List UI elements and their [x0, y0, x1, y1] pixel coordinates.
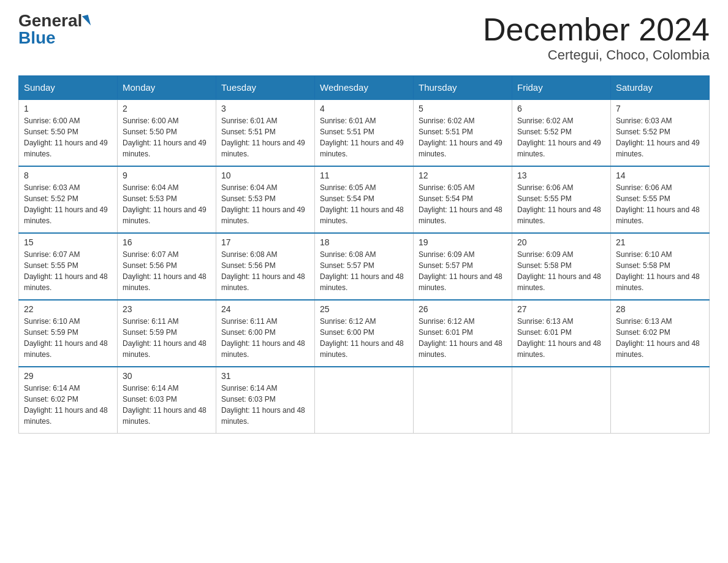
- calendar-cell: 4Sunrise: 6:01 AMSunset: 5:51 PMDaylight…: [315, 99, 414, 166]
- calendar-cell: 19Sunrise: 6:09 AMSunset: 5:57 PMDayligh…: [414, 233, 512, 300]
- day-number: 2: [123, 104, 211, 113]
- calendar-cell: [414, 367, 512, 434]
- day-info: Sunrise: 6:04 AMSunset: 5:53 PMDaylight:…: [221, 182, 309, 226]
- logo: General Blue: [18, 12, 89, 47]
- day-info: Sunrise: 6:03 AMSunset: 5:52 PMDaylight:…: [616, 115, 704, 159]
- day-info: Sunrise: 6:06 AMSunset: 5:55 PMDaylight:…: [616, 182, 704, 226]
- calendar-header-row: SundayMondayTuesdayWednesdayThursdayFrid…: [19, 76, 710, 100]
- day-number: 26: [419, 304, 507, 314]
- day-info: Sunrise: 6:05 AMSunset: 5:54 PMDaylight:…: [320, 182, 408, 226]
- day-info: Sunrise: 6:11 AMSunset: 6:00 PMDaylight:…: [221, 316, 309, 360]
- calendar-cell: 24Sunrise: 6:11 AMSunset: 6:00 PMDayligh…: [216, 300, 315, 367]
- calendar-cell: 16Sunrise: 6:07 AMSunset: 5:56 PMDayligh…: [118, 233, 216, 300]
- calendar-cell: 12Sunrise: 6:05 AMSunset: 5:54 PMDayligh…: [414, 166, 512, 233]
- day-number: 7: [616, 104, 704, 113]
- calendar-cell: 10Sunrise: 6:04 AMSunset: 5:53 PMDayligh…: [216, 166, 315, 233]
- calendar-week-4: 22Sunrise: 6:10 AMSunset: 5:59 PMDayligh…: [19, 300, 710, 367]
- day-info: Sunrise: 6:03 AMSunset: 5:52 PMDaylight:…: [24, 182, 112, 226]
- calendar-cell: 17Sunrise: 6:08 AMSunset: 5:56 PMDayligh…: [216, 233, 315, 300]
- day-number: 6: [517, 104, 605, 113]
- day-info: Sunrise: 6:13 AMSunset: 6:01 PMDaylight:…: [517, 316, 605, 360]
- day-number: 13: [517, 170, 605, 180]
- day-info: Sunrise: 6:02 AMSunset: 5:52 PMDaylight:…: [517, 115, 605, 159]
- logo-arrow-icon: [82, 15, 91, 27]
- day-number: 28: [616, 304, 704, 314]
- page-header: General Blue December 2024 Certegui, Cho…: [18, 12, 710, 63]
- calendar-cell: 8Sunrise: 6:03 AMSunset: 5:52 PMDaylight…: [19, 166, 118, 233]
- day-info: Sunrise: 6:08 AMSunset: 5:56 PMDaylight:…: [221, 249, 309, 293]
- calendar-cell: [611, 367, 710, 434]
- day-number: 23: [123, 304, 211, 314]
- day-info: Sunrise: 6:05 AMSunset: 5:54 PMDaylight:…: [419, 182, 507, 226]
- day-number: 22: [24, 304, 112, 314]
- header-tuesday: Tuesday: [216, 76, 315, 100]
- day-info: Sunrise: 6:14 AMSunset: 6:03 PMDaylight:…: [123, 383, 211, 427]
- day-info: Sunrise: 6:12 AMSunset: 6:00 PMDaylight:…: [320, 316, 408, 360]
- calendar-week-1: 1Sunrise: 6:00 AMSunset: 5:50 PMDaylight…: [19, 99, 710, 166]
- day-info: Sunrise: 6:14 AMSunset: 6:02 PMDaylight:…: [24, 383, 112, 427]
- day-info: Sunrise: 6:09 AMSunset: 5:57 PMDaylight:…: [419, 249, 507, 293]
- calendar-cell: 5Sunrise: 6:02 AMSunset: 5:51 PMDaylight…: [414, 99, 512, 166]
- day-number: 9: [123, 170, 211, 180]
- header-wednesday: Wednesday: [315, 76, 414, 100]
- day-number: 27: [517, 304, 605, 314]
- day-info: Sunrise: 6:04 AMSunset: 5:53 PMDaylight:…: [123, 182, 211, 226]
- calendar-cell: 6Sunrise: 6:02 AMSunset: 5:52 PMDaylight…: [512, 99, 611, 166]
- calendar-cell: 15Sunrise: 6:07 AMSunset: 5:55 PMDayligh…: [19, 233, 118, 300]
- calendar-cell: 3Sunrise: 6:01 AMSunset: 5:51 PMDaylight…: [216, 99, 315, 166]
- day-info: Sunrise: 6:09 AMSunset: 5:58 PMDaylight:…: [517, 249, 605, 293]
- calendar-cell: [512, 367, 611, 434]
- month-title: December 2024: [483, 12, 710, 47]
- calendar-cell: 21Sunrise: 6:10 AMSunset: 5:58 PMDayligh…: [611, 233, 710, 300]
- title-area: December 2024 Certegui, Choco, Colombia: [483, 12, 710, 63]
- calendar-cell: 7Sunrise: 6:03 AMSunset: 5:52 PMDaylight…: [611, 99, 710, 166]
- day-number: 25: [320, 304, 408, 314]
- day-number: 19: [419, 237, 507, 247]
- header-monday: Monday: [118, 76, 216, 100]
- calendar-week-5: 29Sunrise: 6:14 AMSunset: 6:02 PMDayligh…: [19, 367, 710, 434]
- location-subtitle: Certegui, Choco, Colombia: [483, 47, 710, 63]
- day-info: Sunrise: 6:11 AMSunset: 5:59 PMDaylight:…: [123, 316, 211, 360]
- header-friday: Friday: [512, 76, 611, 100]
- calendar-cell: 22Sunrise: 6:10 AMSunset: 5:59 PMDayligh…: [19, 300, 118, 367]
- day-number: 21: [616, 237, 704, 247]
- calendar-cell: 9Sunrise: 6:04 AMSunset: 5:53 PMDaylight…: [118, 166, 216, 233]
- calendar-cell: [315, 367, 414, 434]
- calendar-cell: 18Sunrise: 6:08 AMSunset: 5:57 PMDayligh…: [315, 233, 414, 300]
- day-number: 30: [123, 371, 211, 381]
- day-number: 18: [320, 237, 408, 247]
- day-info: Sunrise: 6:02 AMSunset: 5:51 PMDaylight:…: [419, 115, 507, 159]
- calendar-cell: 29Sunrise: 6:14 AMSunset: 6:02 PMDayligh…: [19, 367, 118, 434]
- day-info: Sunrise: 6:06 AMSunset: 5:55 PMDaylight:…: [517, 182, 605, 226]
- day-number: 5: [419, 104, 507, 113]
- day-info: Sunrise: 6:13 AMSunset: 6:02 PMDaylight:…: [616, 316, 704, 360]
- day-number: 20: [517, 237, 605, 247]
- calendar-cell: 30Sunrise: 6:14 AMSunset: 6:03 PMDayligh…: [118, 367, 216, 434]
- calendar-cell: 27Sunrise: 6:13 AMSunset: 6:01 PMDayligh…: [512, 300, 611, 367]
- day-info: Sunrise: 6:00 AMSunset: 5:50 PMDaylight:…: [24, 115, 112, 159]
- day-number: 10: [221, 170, 309, 180]
- day-info: Sunrise: 6:10 AMSunset: 5:59 PMDaylight:…: [24, 316, 112, 360]
- day-info: Sunrise: 6:14 AMSunset: 6:03 PMDaylight:…: [221, 383, 309, 427]
- day-number: 29: [24, 371, 112, 381]
- logo-blue-text: Blue: [18, 29, 56, 47]
- day-number: 24: [221, 304, 309, 314]
- day-number: 17: [221, 237, 309, 247]
- day-number: 31: [221, 371, 309, 381]
- calendar-cell: 31Sunrise: 6:14 AMSunset: 6:03 PMDayligh…: [216, 367, 315, 434]
- calendar-cell: 28Sunrise: 6:13 AMSunset: 6:02 PMDayligh…: [611, 300, 710, 367]
- day-info: Sunrise: 6:07 AMSunset: 5:55 PMDaylight:…: [24, 249, 112, 293]
- header-sunday: Sunday: [19, 76, 118, 100]
- day-info: Sunrise: 6:07 AMSunset: 5:56 PMDaylight:…: [123, 249, 211, 293]
- day-number: 4: [320, 104, 408, 113]
- day-number: 15: [24, 237, 112, 247]
- day-info: Sunrise: 6:10 AMSunset: 5:58 PMDaylight:…: [616, 249, 704, 293]
- calendar-cell: 1Sunrise: 6:00 AMSunset: 5:50 PMDaylight…: [19, 99, 118, 166]
- day-number: 8: [24, 170, 112, 180]
- header-thursday: Thursday: [414, 76, 512, 100]
- calendar-week-2: 8Sunrise: 6:03 AMSunset: 5:52 PMDaylight…: [19, 166, 710, 233]
- calendar-cell: 13Sunrise: 6:06 AMSunset: 5:55 PMDayligh…: [512, 166, 611, 233]
- calendar-table: SundayMondayTuesdayWednesdayThursdayFrid…: [18, 75, 710, 434]
- calendar-week-3: 15Sunrise: 6:07 AMSunset: 5:55 PMDayligh…: [19, 233, 710, 300]
- logo-general-text: General: [18, 12, 82, 29]
